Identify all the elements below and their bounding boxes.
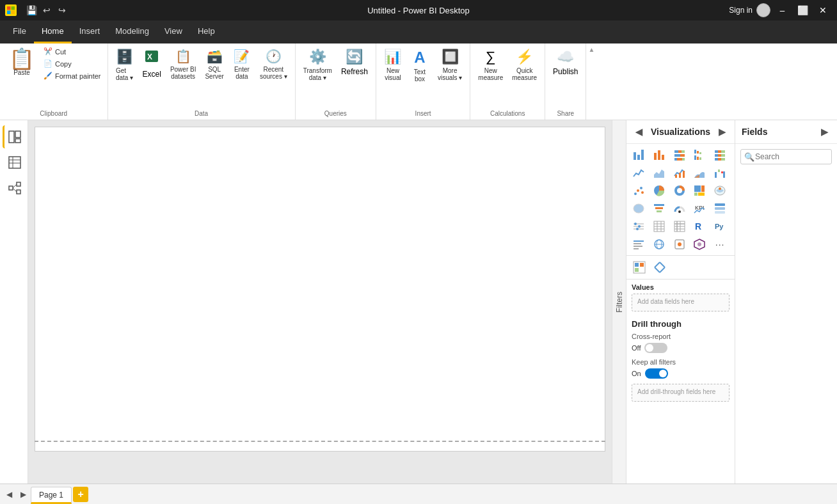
svg-rect-49 xyxy=(679,173,681,178)
viz-area-chart[interactable] xyxy=(651,164,667,181)
enter-data-button[interactable]: 📝 Enterdata xyxy=(229,46,255,83)
fields-panel-expand[interactable]: ▶ xyxy=(818,125,831,138)
page-next-button[interactable]: ▶ xyxy=(17,484,29,504)
copy-button[interactable]: 📄 Copy xyxy=(41,58,104,69)
values-drop-area[interactable]: Add data fields here xyxy=(632,294,729,311)
svg-rect-31 xyxy=(682,158,685,161)
page-tab-1[interactable]: Page 1 xyxy=(31,487,72,504)
insert-label: Insert xyxy=(380,109,466,120)
sql-server-button[interactable]: 🗃️ SQLServer xyxy=(201,46,227,83)
maximize-button[interactable]: ⬜ xyxy=(793,1,811,19)
text-box-button[interactable]: A Textbox xyxy=(407,46,433,85)
menu-help[interactable]: Help xyxy=(190,20,223,43)
svg-rect-29 xyxy=(674,158,677,161)
power-bi-datasets-label: Power BIdatasets xyxy=(170,66,196,80)
viz-map[interactable] xyxy=(712,182,728,199)
viz-more-button[interactable]: ··· xyxy=(712,236,728,253)
viz-table[interactable] xyxy=(651,218,667,235)
format-painter-icon: 🖌️ xyxy=(44,72,52,80)
save-button[interactable]: 💾 xyxy=(24,3,38,17)
viz-ribbon-chart[interactable] xyxy=(691,164,708,181)
add-page-button[interactable]: + xyxy=(73,487,88,502)
viz-donut[interactable] xyxy=(671,182,688,199)
viz-gauge[interactable] xyxy=(671,200,688,217)
viz-slicer[interactable] xyxy=(630,218,647,235)
undo-button[interactable]: ↩ xyxy=(40,3,54,17)
transform-data-button[interactable]: ⚙️ Transformdata ▾ xyxy=(299,46,336,84)
close-button[interactable]: ✕ xyxy=(814,1,832,19)
minimize-button[interactable]: ‒ xyxy=(773,1,791,19)
nav-data-view[interactable] xyxy=(3,151,26,174)
viz-100pct-stacked[interactable] xyxy=(712,146,728,163)
viz-panel-prev[interactable]: ◀ xyxy=(633,125,645,138)
drill-through-drop-area[interactable]: Add drill-through fields here xyxy=(632,384,729,402)
viz-column-chart[interactable] xyxy=(651,146,667,163)
svg-rect-109 xyxy=(635,263,639,267)
viz-waterfall[interactable] xyxy=(712,164,728,181)
viz-multi-row-card[interactable] xyxy=(712,200,728,217)
viz-smart-narrative[interactable] xyxy=(630,236,647,253)
viz-power-apps[interactable] xyxy=(691,236,708,253)
refresh-button[interactable]: 🔄 Refresh xyxy=(337,46,372,79)
viz-treemap[interactable] xyxy=(691,182,708,199)
data-group: 🗄️ Getdata ▾ X Excel 📋 Power BIdatasets … xyxy=(108,43,296,120)
cut-button[interactable]: ✂️ Cut xyxy=(41,46,104,57)
viz-line-chart[interactable] xyxy=(630,164,647,181)
paste-icon: 📋 xyxy=(9,49,35,69)
menu-insert[interactable]: Insert xyxy=(72,20,108,43)
sign-in-button[interactable]: Sign in xyxy=(729,3,770,17)
new-measure-button[interactable]: ∑ Newmeasure xyxy=(474,46,507,84)
paste-button[interactable]: 📋 Paste xyxy=(4,46,40,81)
viz-py-visual[interactable]: Py xyxy=(712,218,728,235)
nav-report-view[interactable] xyxy=(3,125,26,148)
new-visual-label: Newvisual xyxy=(385,67,401,81)
viz-custom1[interactable] xyxy=(671,236,688,253)
viz-data-tab-icon[interactable] xyxy=(651,258,669,276)
viz-stacked-bar[interactable] xyxy=(671,146,688,163)
format-painter-button[interactable]: 🖌️ Format painter xyxy=(41,70,104,81)
keep-filters-toggle[interactable] xyxy=(645,368,668,379)
viz-r-visual[interactable]: R xyxy=(691,218,708,235)
viz-filled-map[interactable] xyxy=(630,200,647,217)
viz-scatter[interactable] xyxy=(630,182,647,199)
excel-icon: X xyxy=(144,49,159,68)
power-bi-datasets-button[interactable]: 📋 Power BIdatasets xyxy=(166,46,200,83)
page-prev-button[interactable]: ◀ xyxy=(3,484,15,504)
nav-model-view[interactable] xyxy=(3,177,26,200)
viz-bar-chart[interactable] xyxy=(630,146,647,163)
quick-measure-button[interactable]: ⚡ Quickmeasure xyxy=(508,46,541,84)
canvas-area[interactable] xyxy=(28,120,612,484)
viz-matrix[interactable] xyxy=(671,218,688,235)
redo-button[interactable]: ↪ xyxy=(55,3,69,17)
viz-format-tab-icon[interactable] xyxy=(630,258,648,276)
viz-kpi[interactable]: KPI xyxy=(691,200,708,217)
menu-file[interactable]: File xyxy=(5,20,34,43)
new-visual-button[interactable]: 📊 Newvisual xyxy=(380,46,406,84)
svg-rect-54 xyxy=(723,171,725,178)
viz-line-cluster[interactable] xyxy=(671,164,688,181)
page-boundary-line xyxy=(35,441,605,442)
more-visuals-button[interactable]: 🔲 Morevisuals ▾ xyxy=(434,46,466,84)
menu-view[interactable]: View xyxy=(157,20,190,43)
menu-home[interactable]: Home xyxy=(34,20,72,43)
viz-pie-chart[interactable] xyxy=(651,182,667,199)
get-data-button[interactable]: 🗄️ Getdata ▾ xyxy=(112,46,138,84)
recent-sources-button[interactable]: 🕐 Recentsources ▾ xyxy=(256,46,291,83)
publish-button[interactable]: ☁️ Publish xyxy=(549,46,582,79)
ribbon-collapse-button[interactable]: ▲ xyxy=(586,43,596,53)
title-bar-left: 💾 ↩ ↪ xyxy=(5,3,69,17)
new-measure-icon: ∑ xyxy=(486,49,496,65)
viz-bottom-tabs xyxy=(626,255,735,280)
canvas-page[interactable] xyxy=(35,127,605,452)
menu-modeling[interactable]: Modeling xyxy=(108,20,157,43)
values-section: Values Add data fields here xyxy=(626,280,735,315)
viz-panel-next[interactable]: ▶ xyxy=(716,125,728,138)
filters-label[interactable]: Filters xyxy=(615,287,624,318)
viz-clustered-bar[interactable] xyxy=(691,146,708,163)
excel-button[interactable]: X Excel xyxy=(139,46,165,81)
svg-point-82 xyxy=(636,228,639,230)
viz-globe[interactable] xyxy=(651,236,667,253)
cross-report-toggle[interactable] xyxy=(644,343,667,353)
viz-funnel[interactable] xyxy=(651,200,667,217)
filters-panel[interactable]: Filters xyxy=(612,120,626,484)
